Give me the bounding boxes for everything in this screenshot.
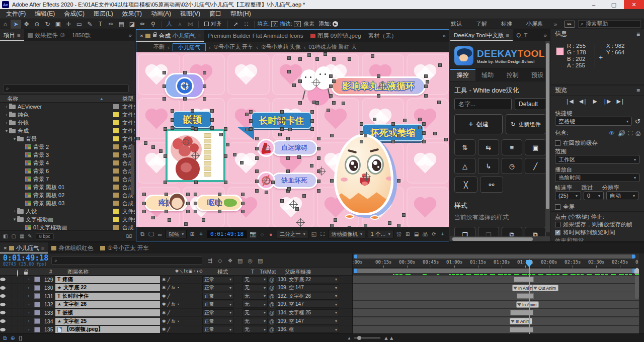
selection-handle[interactable] [437, 101, 441, 104]
resolution-dropdown[interactable]: 自动▾ [606, 191, 638, 200]
menu-帮助(H)[interactable]: 帮助(H) [226, 9, 255, 19]
timeline-tab-①号小正太 开车[interactable]: ①号小正太 开车 [97, 242, 152, 253]
selection-handle[interactable] [348, 226, 351, 227]
selection-handle[interactable] [418, 118, 422, 121]
selection-handle[interactable] [402, 213, 406, 217]
timeline-search-input[interactable]: ⌕ [51, 256, 202, 265]
selection-handle[interactable] [249, 127, 253, 131]
selection-handle[interactable] [218, 193, 221, 196]
selection-handle[interactable] [373, 118, 376, 121]
selection-handle[interactable] [271, 181, 275, 184]
selection-handle[interactable] [422, 122, 426, 126]
selection-handle[interactable] [171, 109, 174, 113]
selection-handle[interactable] [330, 224, 334, 227]
puppet-pin-tool[interactable]: ⚲ [148, 20, 158, 29]
selection-handle[interactable] [286, 156, 290, 160]
composition-canvas[interactable]: 影响睾丸血液循环嵌顿长时间卡住坏死或萎缩血运障碍缺血坏死疼痛呕吐 [136, 52, 449, 227]
anchor-point-icon[interactable] [163, 200, 170, 206]
camera-dropdown[interactable]: 活动摄像机▾ [328, 230, 365, 238]
anchor-point-icon[interactable] [182, 82, 189, 89]
selection-handle[interactable] [292, 83, 296, 87]
tab-overflow-icon[interactable]: » [126, 29, 135, 41]
menu-文件(F)[interactable]: 文件(F) [2, 9, 30, 19]
selection-handle[interactable] [151, 216, 155, 219]
layer-row-132[interactable]: ›132★文字框 26✱╱fx◔正常▾无▾@109. 空 147▾ [0, 301, 352, 309]
selection-handle[interactable] [310, 127, 314, 131]
layer-marker[interactable]: In Anim [516, 301, 539, 308]
selection-handle[interactable] [280, 199, 284, 203]
play-cached-checkbox[interactable]: 如果缓存，则播放缓存的帧 [555, 221, 632, 228]
stroke-control[interactable]: 描边:?像素 [280, 20, 314, 28]
rotation-tool[interactable]: ↻ [42, 20, 53, 29]
selection-handle[interactable] [317, 189, 320, 193]
selection-handle[interactable] [288, 128, 292, 131]
selection-handle[interactable] [297, 155, 301, 159]
anchor-point-icon[interactable] [290, 201, 297, 208]
first-frame-button[interactable]: ❘◀ [565, 98, 573, 105]
selection-handle[interactable] [249, 110, 253, 114]
last-frame-button[interactable]: ▶❘ [617, 98, 625, 105]
selection-handle[interactable] [286, 137, 290, 140]
prev-frame-button[interactable]: ◀❘ [579, 98, 587, 105]
menu-合成(C)[interactable]: 合成(C) [60, 9, 89, 19]
selection-handle[interactable] [348, 57, 351, 61]
selection-handle[interactable] [165, 193, 168, 196]
selection-handle[interactable] [317, 156, 320, 160]
anchor-point-icon[interactable] [215, 200, 222, 206]
workspace-了解[interactable]: 了解 [469, 20, 494, 28]
snapshot-icon[interactable]: 📷 [250, 230, 257, 238]
selection-handle[interactable] [298, 101, 302, 105]
transparency-grid-icon[interactable]: ⛶ [319, 230, 326, 238]
col-name[interactable]: 名称 [7, 95, 18, 103]
sort-icon[interactable]: ▲ [100, 97, 104, 101]
cut-icon[interactable]: ╱ [525, 158, 546, 174]
selection-handle[interactable] [194, 210, 197, 213]
project-item-背景 7[interactable]: 背景 7合成 [0, 175, 135, 183]
clone-stamp-tool[interactable]: ▤ [116, 20, 127, 29]
tab-overflow-icon[interactable]: » [440, 30, 449, 42]
eraser-tool[interactable]: ◪ [127, 20, 137, 29]
anchor-point-icon[interactable] [189, 116, 196, 123]
skip-dropdown[interactable]: 0▾ [584, 191, 604, 200]
selection-handle[interactable] [194, 202, 197, 205]
menu-窗口[interactable]: 窗口 [205, 9, 225, 19]
toggle-switches-icon[interactable]: ⊕ [11, 335, 15, 341]
selection-handle[interactable] [329, 94, 333, 98]
menu-图层(L)[interactable]: 图层(L) [90, 9, 117, 19]
selection-handle[interactable] [342, 102, 345, 105]
anchor-point-icon[interactable] [183, 139, 189, 145]
anchor-point-icon[interactable] [192, 152, 199, 159]
selection-handle[interactable] [317, 180, 320, 183]
shy-icon[interactable]: ❖ [225, 256, 234, 265]
layer-marker[interactable]: In Anim [512, 285, 535, 291]
selection-handle[interactable] [424, 74, 428, 78]
selection-handle[interactable] [245, 113, 249, 116]
expand-layers-icon[interactable]: ⧉ [3, 335, 7, 341]
timeline-zoom-slider[interactable] [354, 337, 380, 338]
selection-handle[interactable] [433, 132, 437, 135]
interpret-footage-icon[interactable]: ◧ [3, 233, 8, 239]
selection-handle[interactable] [249, 119, 253, 123]
new-comp-icon[interactable]: ▦ [20, 233, 24, 239]
cross-node-icon[interactable]: ╳ [454, 177, 477, 193]
layer-row-134[interactable]: ›134★文字框 25✱╱fx◔正常▾无▾@109. 空 147▾ [0, 317, 352, 325]
selection-handle[interactable] [255, 147, 259, 150]
motion-blur-icon[interactable]: ◎ [246, 256, 255, 265]
roto-brush-tool[interactable]: ✏ [137, 20, 148, 29]
selection-handle[interactable] [364, 224, 367, 227]
deekay-default-dropdown[interactable]: Default [515, 98, 546, 110]
layer-lane-132[interactable]: In Anim [353, 301, 639, 309]
layer-lane-129[interactable] [353, 276, 639, 284]
selection-handle[interactable] [397, 134, 400, 137]
selection-handle[interactable] [424, 94, 428, 98]
selection-handle[interactable] [151, 145, 155, 149]
panel-menu-icon[interactable]: ≡ [17, 32, 21, 38]
selection-handle[interactable] [194, 181, 198, 184]
selection-handle[interactable] [418, 126, 422, 129]
resolution-dropdown[interactable]: 二分之一▾ [277, 230, 308, 238]
col-kind[interactable]: 类型 [122, 95, 133, 103]
zoom-out-icon[interactable]: ▲ [347, 336, 351, 340]
selection-handle[interactable] [360, 122, 363, 126]
selection-handle[interactable] [142, 210, 146, 213]
play-from-dropdown[interactable]: 当前时间▾ [555, 173, 639, 182]
